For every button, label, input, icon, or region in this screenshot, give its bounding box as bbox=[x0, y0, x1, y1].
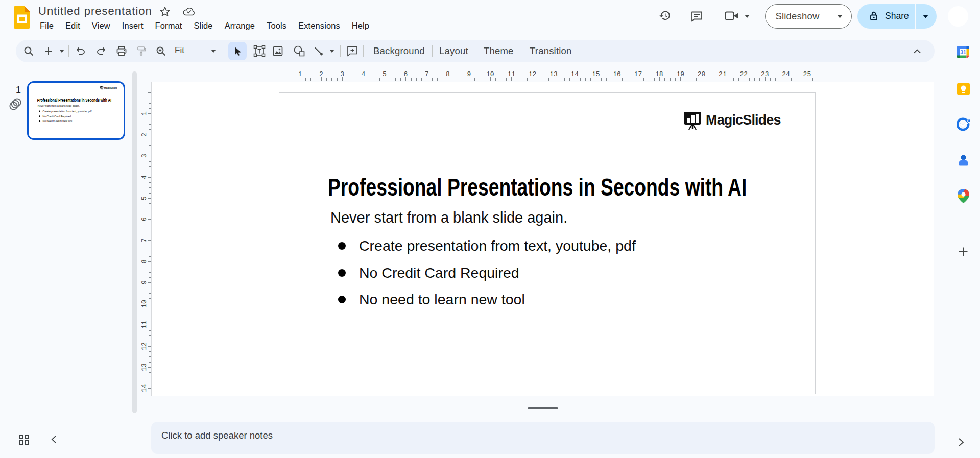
svg-text:31: 31 bbox=[960, 49, 966, 55]
